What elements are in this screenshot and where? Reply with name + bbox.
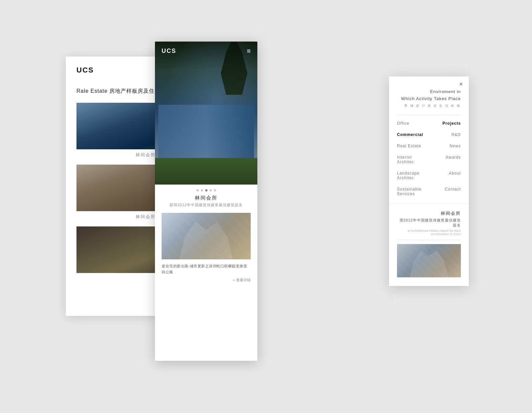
dot-5[interactable] [214, 189, 216, 192]
right-panel: × Enviroment in Which Activity Takes Pla… [389, 76, 469, 286]
read-more-link[interactable]: + 查看详续 [162, 278, 251, 285]
nav-grid: Office Projects Commercial R&D Real Esta… [389, 115, 469, 202]
detail-subtitle: 荣2012年中国建筑传媒奖最佳建筑提名 [397, 218, 461, 228]
nav-interior[interactable]: Interior Architec [389, 152, 431, 168]
nav-real-estate[interactable]: Real Estate [389, 140, 431, 152]
close-button[interactable]: × [459, 81, 463, 87]
nav-rd[interactable]: R&D [431, 129, 469, 140]
nav-projects[interactable]: Projects [431, 118, 469, 129]
article-text: 老住宅的新出路-城市更新之深圳蛇口槟榔园变身壹间公寓 [162, 263, 251, 275]
nav-office[interactable]: Office [389, 118, 431, 129]
dot-1[interactable] [197, 189, 199, 192]
dots-row [155, 185, 257, 195]
dot-4[interactable] [209, 189, 212, 192]
hero-image [155, 42, 257, 185]
detail-desc: a Architecture Media Award for best cons… [397, 229, 461, 236]
nav-awards[interactable]: Awards [431, 152, 469, 168]
hamburger-icon[interactable]: ≡ [247, 47, 251, 55]
brand-zh: 秀 城 设 计 美 好 生 活 体 验 [397, 104, 461, 108]
detail-divider [397, 240, 461, 240]
nav-commercial[interactable]: Commercial [389, 129, 431, 140]
content-area: 林间会所 获得2012年中国建筑传媒奖最佳建筑提名 老住宅的新出路-城市更新之深… [155, 195, 257, 285]
mobile-logo: UCS [162, 48, 176, 55]
content-title: 林间会所 [162, 195, 251, 201]
nav-sustainable[interactable]: Sustainable Services [389, 184, 431, 200]
dot-3[interactable] [205, 189, 207, 192]
detail-title: 杯间会所 [397, 210, 461, 216]
content-thumb [162, 213, 251, 259]
detail-block: 杯间会所 荣2012年中国建筑传媒奖最佳建筑提名 a Architecture … [389, 204, 469, 281]
brand-en-2: Which Activity Takes Place [397, 95, 461, 102]
content-subtitle: 获得2012年中国建筑传媒奖最佳建筑提名 [162, 203, 251, 207]
nav-contact[interactable]: Contact [431, 184, 469, 200]
mobile-header: UCS ≡ [155, 42, 257, 60]
detail-thumb [397, 244, 461, 277]
nav-news[interactable]: News [431, 140, 469, 152]
nav-landscape[interactable]: Landscape Architec [389, 168, 431, 184]
mid-panel: UCS ≡ 林间会所 获得2012年中国建筑传媒奖最佳建筑提名 老住宅的新 [155, 42, 257, 361]
brand-en-1: Enviroment in [397, 88, 461, 95]
nav-about[interactable]: About [431, 168, 469, 184]
dot-2[interactable] [201, 189, 203, 192]
brand-block: Enviroment in Which Activity Takes Place… [389, 76, 469, 115]
